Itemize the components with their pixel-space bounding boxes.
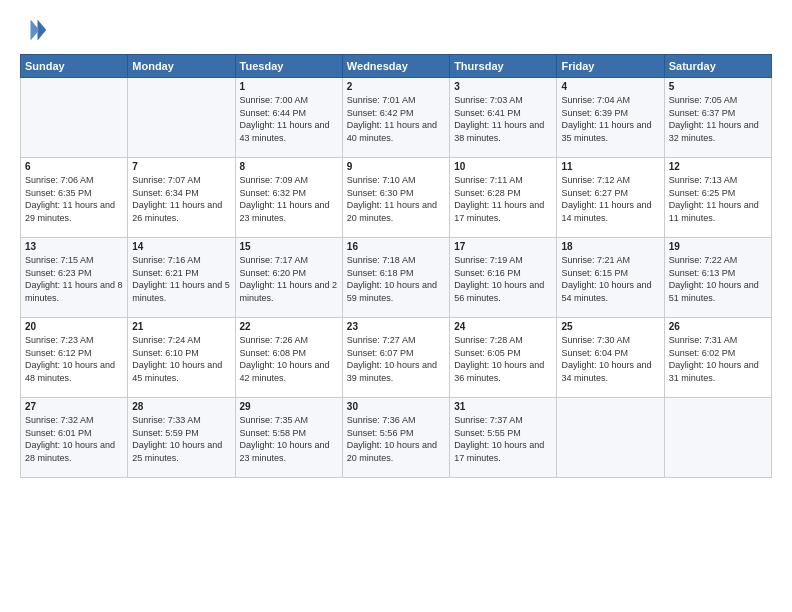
weekday-header-row: SundayMondayTuesdayWednesdayThursdayFrid… [21,55,772,78]
day-number: 5 [669,81,767,92]
day-info: Sunrise: 7:26 AM Sunset: 6:08 PM Dayligh… [240,334,338,384]
day-number: 14 [132,241,230,252]
day-number: 6 [25,161,123,172]
weekday-header-sunday: Sunday [21,55,128,78]
day-info: Sunrise: 7:01 AM Sunset: 6:42 PM Dayligh… [347,94,445,144]
weekday-header-friday: Friday [557,55,664,78]
day-cell: 23Sunrise: 7:27 AM Sunset: 6:07 PM Dayli… [342,318,449,398]
day-cell [128,78,235,158]
day-cell: 17Sunrise: 7:19 AM Sunset: 6:16 PM Dayli… [450,238,557,318]
day-cell: 28Sunrise: 7:33 AM Sunset: 5:59 PM Dayli… [128,398,235,478]
day-info: Sunrise: 7:06 AM Sunset: 6:35 PM Dayligh… [25,174,123,224]
day-info: Sunrise: 7:12 AM Sunset: 6:27 PM Dayligh… [561,174,659,224]
day-cell: 26Sunrise: 7:31 AM Sunset: 6:02 PM Dayli… [664,318,771,398]
day-number: 23 [347,321,445,332]
day-cell: 20Sunrise: 7:23 AM Sunset: 6:12 PM Dayli… [21,318,128,398]
day-number: 12 [669,161,767,172]
day-cell: 12Sunrise: 7:13 AM Sunset: 6:25 PM Dayli… [664,158,771,238]
day-number: 13 [25,241,123,252]
day-cell: 10Sunrise: 7:11 AM Sunset: 6:28 PM Dayli… [450,158,557,238]
day-info: Sunrise: 7:03 AM Sunset: 6:41 PM Dayligh… [454,94,552,144]
day-cell: 4Sunrise: 7:04 AM Sunset: 6:39 PM Daylig… [557,78,664,158]
day-number: 3 [454,81,552,92]
day-number: 25 [561,321,659,332]
day-number: 24 [454,321,552,332]
week-row-5: 27Sunrise: 7:32 AM Sunset: 6:01 PM Dayli… [21,398,772,478]
logo [20,16,52,44]
weekday-header-saturday: Saturday [664,55,771,78]
day-number: 18 [561,241,659,252]
day-info: Sunrise: 7:00 AM Sunset: 6:44 PM Dayligh… [240,94,338,144]
day-info: Sunrise: 7:17 AM Sunset: 6:20 PM Dayligh… [240,254,338,304]
header [20,16,772,44]
day-info: Sunrise: 7:16 AM Sunset: 6:21 PM Dayligh… [132,254,230,304]
day-info: Sunrise: 7:21 AM Sunset: 6:15 PM Dayligh… [561,254,659,304]
day-info: Sunrise: 7:36 AM Sunset: 5:56 PM Dayligh… [347,414,445,464]
day-cell: 7Sunrise: 7:07 AM Sunset: 6:34 PM Daylig… [128,158,235,238]
day-number: 4 [561,81,659,92]
day-info: Sunrise: 7:19 AM Sunset: 6:16 PM Dayligh… [454,254,552,304]
day-cell: 16Sunrise: 7:18 AM Sunset: 6:18 PM Dayli… [342,238,449,318]
day-number: 16 [347,241,445,252]
day-info: Sunrise: 7:10 AM Sunset: 6:30 PM Dayligh… [347,174,445,224]
day-cell: 13Sunrise: 7:15 AM Sunset: 6:23 PM Dayli… [21,238,128,318]
day-info: Sunrise: 7:09 AM Sunset: 6:32 PM Dayligh… [240,174,338,224]
day-number: 17 [454,241,552,252]
logo-icon [20,16,48,44]
day-number: 1 [240,81,338,92]
day-info: Sunrise: 7:23 AM Sunset: 6:12 PM Dayligh… [25,334,123,384]
day-info: Sunrise: 7:32 AM Sunset: 6:01 PM Dayligh… [25,414,123,464]
day-number: 8 [240,161,338,172]
day-cell: 22Sunrise: 7:26 AM Sunset: 6:08 PM Dayli… [235,318,342,398]
day-number: 20 [25,321,123,332]
day-number: 15 [240,241,338,252]
day-info: Sunrise: 7:37 AM Sunset: 5:55 PM Dayligh… [454,414,552,464]
day-cell: 15Sunrise: 7:17 AM Sunset: 6:20 PM Dayli… [235,238,342,318]
day-info: Sunrise: 7:18 AM Sunset: 6:18 PM Dayligh… [347,254,445,304]
day-number: 7 [132,161,230,172]
day-cell [557,398,664,478]
day-cell: 3Sunrise: 7:03 AM Sunset: 6:41 PM Daylig… [450,78,557,158]
day-number: 31 [454,401,552,412]
day-cell: 25Sunrise: 7:30 AM Sunset: 6:04 PM Dayli… [557,318,664,398]
day-info: Sunrise: 7:15 AM Sunset: 6:23 PM Dayligh… [25,254,123,304]
day-number: 9 [347,161,445,172]
day-info: Sunrise: 7:30 AM Sunset: 6:04 PM Dayligh… [561,334,659,384]
day-info: Sunrise: 7:35 AM Sunset: 5:58 PM Dayligh… [240,414,338,464]
weekday-header-wednesday: Wednesday [342,55,449,78]
day-number: 26 [669,321,767,332]
day-number: 27 [25,401,123,412]
day-number: 28 [132,401,230,412]
day-cell: 8Sunrise: 7:09 AM Sunset: 6:32 PM Daylig… [235,158,342,238]
week-row-1: 1Sunrise: 7:00 AM Sunset: 6:44 PM Daylig… [21,78,772,158]
page: SundayMondayTuesdayWednesdayThursdayFrid… [0,0,792,488]
calendar-table: SundayMondayTuesdayWednesdayThursdayFrid… [20,54,772,478]
day-number: 11 [561,161,659,172]
week-row-4: 20Sunrise: 7:23 AM Sunset: 6:12 PM Dayli… [21,318,772,398]
day-info: Sunrise: 7:11 AM Sunset: 6:28 PM Dayligh… [454,174,552,224]
day-cell: 19Sunrise: 7:22 AM Sunset: 6:13 PM Dayli… [664,238,771,318]
day-cell: 31Sunrise: 7:37 AM Sunset: 5:55 PM Dayli… [450,398,557,478]
day-number: 29 [240,401,338,412]
weekday-header-tuesday: Tuesday [235,55,342,78]
day-info: Sunrise: 7:28 AM Sunset: 6:05 PM Dayligh… [454,334,552,384]
day-info: Sunrise: 7:22 AM Sunset: 6:13 PM Dayligh… [669,254,767,304]
day-info: Sunrise: 7:13 AM Sunset: 6:25 PM Dayligh… [669,174,767,224]
day-number: 19 [669,241,767,252]
week-row-2: 6Sunrise: 7:06 AM Sunset: 6:35 PM Daylig… [21,158,772,238]
day-cell: 27Sunrise: 7:32 AM Sunset: 6:01 PM Dayli… [21,398,128,478]
day-cell: 5Sunrise: 7:05 AM Sunset: 6:37 PM Daylig… [664,78,771,158]
day-cell: 6Sunrise: 7:06 AM Sunset: 6:35 PM Daylig… [21,158,128,238]
day-number: 30 [347,401,445,412]
week-row-3: 13Sunrise: 7:15 AM Sunset: 6:23 PM Dayli… [21,238,772,318]
day-info: Sunrise: 7:04 AM Sunset: 6:39 PM Dayligh… [561,94,659,144]
day-cell: 2Sunrise: 7:01 AM Sunset: 6:42 PM Daylig… [342,78,449,158]
weekday-header-thursday: Thursday [450,55,557,78]
day-info: Sunrise: 7:27 AM Sunset: 6:07 PM Dayligh… [347,334,445,384]
day-info: Sunrise: 7:31 AM Sunset: 6:02 PM Dayligh… [669,334,767,384]
day-info: Sunrise: 7:24 AM Sunset: 6:10 PM Dayligh… [132,334,230,384]
day-cell [664,398,771,478]
day-info: Sunrise: 7:05 AM Sunset: 6:37 PM Dayligh… [669,94,767,144]
day-cell: 21Sunrise: 7:24 AM Sunset: 6:10 PM Dayli… [128,318,235,398]
day-cell: 29Sunrise: 7:35 AM Sunset: 5:58 PM Dayli… [235,398,342,478]
